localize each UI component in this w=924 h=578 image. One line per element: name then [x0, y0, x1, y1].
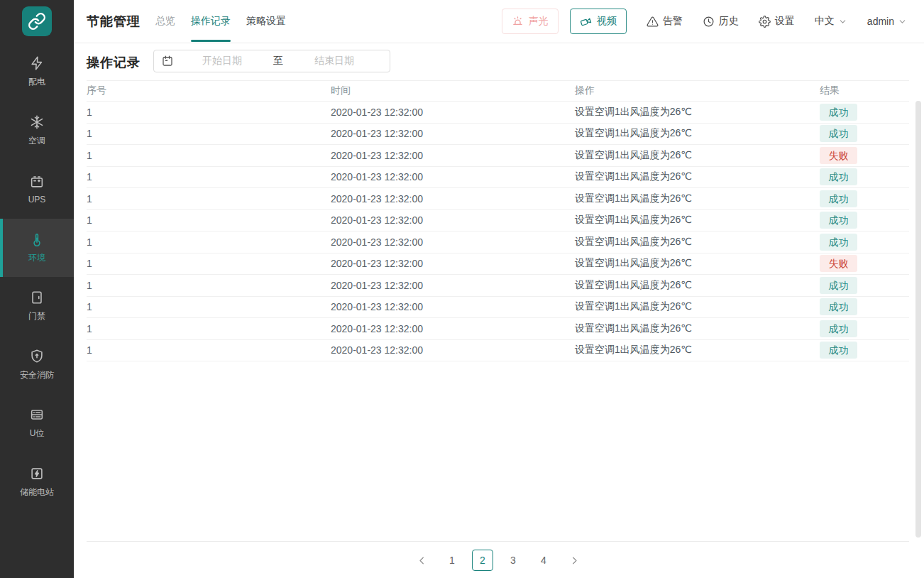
main-content: 操作记录 开始日期 至 结束日期 序号时间操作结果 12020-01-23 12…: [74, 43, 924, 578]
cell-time: 2020-01-23 12:32:00: [331, 258, 575, 269]
cell-no: 1: [87, 214, 331, 226]
cell-no: 1: [87, 344, 331, 356]
start-date-input[interactable]: 开始日期: [174, 55, 270, 67]
user-label: admin: [867, 16, 894, 27]
pagination: 1234: [87, 550, 909, 571]
vertical-scrollbar[interactable]: [915, 101, 921, 538]
cell-time: 2020-01-23 12:32:00: [331, 323, 575, 334]
pagination-left-button[interactable]: [411, 550, 432, 571]
language-dropdown[interactable]: 中文: [815, 15, 847, 28]
cell-no: 1: [87, 323, 331, 334]
cell-operation: 设置空调1出风温度为26℃: [575, 127, 820, 140]
status-badge: 成功: [820, 342, 857, 359]
pagination-right-button[interactable]: [563, 550, 585, 571]
door-icon: [29, 290, 45, 305]
column-header: 序号: [87, 84, 331, 97]
cell-no: 1: [87, 150, 331, 161]
warning-triangle-icon: [647, 16, 659, 28]
pagination-page-3[interactable]: 3: [502, 550, 524, 571]
app-logo[interactable]: [22, 6, 52, 36]
cell-no: 1: [87, 280, 331, 291]
tab-overview[interactable]: 总览: [148, 0, 183, 43]
cell-result: 失败: [820, 147, 909, 164]
settings-link[interactable]: 设置: [759, 15, 795, 28]
cell-time: 2020-01-23 12:32:00: [331, 193, 575, 205]
snowflake-icon: [29, 114, 45, 130]
history-link[interactable]: 历史: [703, 15, 739, 28]
cell-no: 1: [87, 236, 331, 248]
cell-operation: 设置空调1出风温度为26℃: [575, 170, 820, 183]
user-dropdown[interactable]: admin: [867, 16, 907, 27]
pagination-page-4[interactable]: 4: [533, 550, 554, 571]
date-range-picker[interactable]: 开始日期 至 结束日期: [153, 50, 390, 72]
sound-light-label: 声光: [529, 15, 549, 28]
table-row: 12020-01-23 12:32:00设置空调1出风温度为26℃成功: [87, 188, 909, 210]
cell-result: 成功: [820, 212, 909, 229]
cell-time: 2020-01-23 12:32:00: [331, 301, 575, 312]
cell-time: 2020-01-23 12:32:00: [331, 236, 575, 248]
tab-strategy[interactable]: 策略设置: [238, 0, 294, 43]
alarm-link[interactable]: 告警: [647, 15, 683, 28]
video-button[interactable]: 视频: [570, 9, 627, 34]
status-badge: 成功: [820, 277, 857, 294]
section-title: 操作记录: [87, 54, 141, 71]
shield-icon: [29, 349, 45, 364]
date-range-separator: 至: [270, 55, 286, 67]
sidebar: 配电空调UPS环境门禁安全消防U位储能电站: [0, 0, 74, 578]
cell-result: 成功: [820, 342, 909, 359]
status-badge: 成功: [820, 168, 857, 185]
pagination-divider: [87, 541, 909, 542]
clock-icon: [703, 16, 715, 28]
table-row: 12020-01-23 12:32:00设置空调1出风温度为26℃成功: [87, 275, 909, 297]
sidebar-item-kongtiao[interactable]: 空调: [0, 102, 74, 160]
status-badge: 成功: [820, 212, 857, 229]
link-logo-icon: [28, 12, 46, 31]
sidebar-item-uwei[interactable]: U位: [0, 394, 74, 453]
lightning-icon: [29, 55, 45, 71]
status-badge: 成功: [820, 234, 857, 251]
pagination-page-1[interactable]: 1: [441, 550, 463, 571]
cell-operation: 设置空调1出风温度为26℃: [575, 214, 820, 227]
status-badge: 成功: [820, 320, 857, 337]
end-date-input[interactable]: 结束日期: [286, 55, 383, 67]
status-badge: 成功: [820, 125, 857, 142]
sidebar-item-peidian[interactable]: 配电: [0, 43, 74, 102]
cell-no: 1: [87, 193, 331, 205]
cell-result: 成功: [820, 234, 909, 251]
gear-icon: [759, 16, 771, 28]
alarm-label: 告警: [663, 15, 683, 28]
header-actions: 声光 视频 告警: [502, 9, 907, 34]
cell-time: 2020-01-23 12:32:00: [331, 280, 575, 291]
sidebar-item-xiaofang[interactable]: 安全消防: [0, 336, 74, 395]
sidebar-item-chuneng[interactable]: 储能电站: [0, 453, 74, 512]
pagination-page-2[interactable]: 2: [472, 550, 493, 571]
cell-no: 1: [87, 171, 331, 182]
status-badge: 成功: [820, 104, 857, 121]
sidebar-item-menjin[interactable]: 门禁: [0, 277, 74, 336]
cell-time: 2020-01-23 12:32:00: [331, 214, 575, 226]
cell-time: 2020-01-23 12:32:00: [331, 171, 575, 182]
top-header: 节能管理 总览操作记录策略设置 声光: [74, 0, 924, 43]
history-label: 历史: [719, 15, 739, 28]
sidebar-item-huanjing[interactable]: 环境: [0, 219, 74, 278]
cell-result: 失败: [820, 255, 909, 272]
operation-records-table: 序号时间操作结果 12020-01-23 12:32:00设置空调1出风温度为2…: [87, 80, 909, 361]
sidebar-item-label: 配电: [28, 76, 45, 88]
tab-records[interactable]: 操作记录: [183, 0, 238, 43]
table-row: 12020-01-23 12:32:00设置空调1出风温度为26℃成功: [87, 297, 909, 319]
battery-bolt-icon: [29, 466, 45, 481]
cell-time: 2020-01-23 12:32:00: [331, 344, 575, 356]
sound-light-button[interactable]: 声光: [502, 9, 559, 34]
sidebar-item-label: UPS: [28, 195, 46, 205]
cell-no: 1: [87, 258, 331, 269]
chevron-down-icon: [898, 17, 907, 26]
table-row: 12020-01-23 12:32:00设置空调1出风温度为26℃成功: [87, 124, 909, 146]
sidebar-nav: 配电空调UPS环境门禁安全消防U位储能电站: [0, 43, 74, 511]
sidebar-item-ups[interactable]: UPS: [0, 160, 74, 219]
header-tabs: 总览操作记录策略设置: [148, 0, 294, 43]
cell-time: 2020-01-23 12:32:00: [331, 128, 575, 139]
table-row: 12020-01-23 12:32:00设置空调1出风温度为26℃成功: [87, 102, 909, 124]
status-badge: 成功: [820, 190, 857, 207]
battery-icon: [29, 174, 45, 190]
status-badge: 失败: [820, 255, 857, 272]
